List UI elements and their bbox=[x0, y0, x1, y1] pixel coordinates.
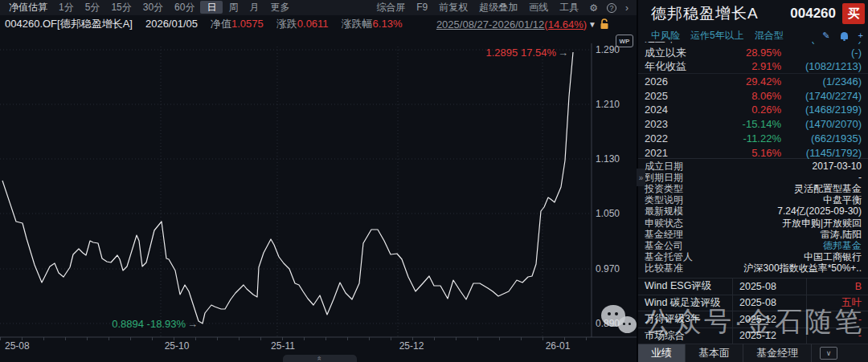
annotation-value: 1.2895 17.54% bbox=[486, 47, 556, 59]
tool-button-1[interactable]: F9 bbox=[411, 1, 433, 14]
perf-rank: (-) bbox=[781, 47, 862, 59]
period-button-2[interactable]: 5分 bbox=[80, 1, 106, 14]
period-button-7[interactable]: 周 bbox=[223, 1, 244, 14]
ratings-table: Wind ESG评级2025-08BWind 碳足迹评级2025-08五叶万得评… bbox=[638, 278, 868, 344]
table-row: 万得评级3年2025-12- bbox=[638, 311, 868, 328]
tool-button-4[interactable]: 画线 bbox=[523, 1, 554, 14]
period-button-9[interactable]: 更多 bbox=[264, 1, 295, 14]
nav-line-chart[interactable]: 1.2901.2101.1301.0500.9700.890 25-0825-1… bbox=[0, 32, 637, 362]
y-tick-label: 1.210 bbox=[596, 99, 633, 110]
perf-label: 2025 bbox=[645, 90, 707, 102]
perf-value: 2.91% bbox=[707, 60, 781, 72]
perf-rank: (1740/2274) bbox=[781, 90, 862, 102]
tool-button-3[interactable]: 超级叠加 bbox=[473, 1, 523, 14]
perf-label: 年化收益 bbox=[645, 59, 707, 74]
tab-基本面[interactable]: 基本面 bbox=[686, 344, 743, 362]
y-tick-label: 1.130 bbox=[596, 153, 633, 165]
perf-rank: (1/2346) bbox=[781, 75, 862, 87]
wp-icon[interactable]: WP bbox=[616, 35, 633, 47]
detail-label: 比较基准 bbox=[645, 262, 683, 275]
panel-header: 德邦稳盈增长A 004260 买 bbox=[638, 0, 868, 27]
fund-attributes-table: 成立日期2017-03-10到期日期-投资类型灵活配置型基金类型说明中盘平衡最新… bbox=[638, 158, 868, 275]
rating-date: 2025-12 bbox=[733, 328, 807, 344]
x-tick-label: 25-10 bbox=[165, 340, 190, 352]
gear-icon[interactable]: ⚙ bbox=[584, 2, 603, 14]
period-button-5[interactable]: 60分 bbox=[169, 1, 200, 14]
type-tag: 混合型 bbox=[755, 29, 784, 43]
collapse-icon[interactable]: » bbox=[637, 169, 645, 186]
table-row: 2023-15.14%(1470/2070) bbox=[638, 117, 868, 132]
date-range-pct[interactable]: (14.64%) bbox=[544, 18, 587, 31]
y-tick-label: 0.890 bbox=[596, 318, 633, 329]
pencil-icon[interactable]: ✎ bbox=[822, 31, 829, 41]
period-button-1[interactable]: 1分 bbox=[53, 1, 80, 14]
bell-icon[interactable] bbox=[841, 32, 848, 39]
period-button-0[interactable]: 净值估算 bbox=[3, 1, 53, 14]
perf-value: 5.16% bbox=[707, 147, 781, 159]
tab-dropdown-icon[interactable]: ∨ bbox=[820, 347, 837, 360]
period-button-3[interactable]: 15分 bbox=[105, 1, 137, 14]
table-row: 市场综合2025-12- bbox=[638, 328, 868, 345]
rating-label: Wind 碳足迹评级 bbox=[638, 295, 733, 311]
rating-date: 2025-12 bbox=[733, 311, 807, 327]
chevron-down-icon[interactable]: ▼ bbox=[588, 20, 596, 29]
nav-value: 1.0575 bbox=[231, 18, 264, 30]
period-button-4[interactable]: 30分 bbox=[137, 1, 169, 14]
date-range-text[interactable]: 2025/08/27-2026/01/12 bbox=[436, 18, 544, 31]
fund-id: 004260.OF[德邦稳盈增长A] bbox=[5, 17, 133, 31]
arrow-right-icon: → bbox=[558, 47, 568, 59]
buy-button[interactable]: 买 bbox=[842, 3, 865, 24]
perf-value: 8.06% bbox=[707, 90, 781, 102]
annotation-value: 0.8894 -18.93% bbox=[112, 318, 186, 330]
help-icon[interactable]: ? bbox=[607, 3, 616, 13]
table-row: Wind 碳足迹评级2025-08五叶 bbox=[638, 295, 868, 312]
rating-value: 五叶 bbox=[807, 295, 868, 311]
arrow-right-icon: → bbox=[187, 318, 198, 330]
performance-table: 近五年9.20%(505/1800)成立以来28.95%(-)年化收益2.91%… bbox=[638, 31, 868, 160]
unlock-icon[interactable] bbox=[600, 18, 609, 30]
chart-toolbar: 净值估算1分5分15分30分60分日周月更多 综合屏F9前复权超级叠加画线工具 … bbox=[0, 0, 637, 15]
tab-业绩[interactable]: 业绩 bbox=[638, 344, 686, 362]
period-button-8[interactable]: 月 bbox=[244, 1, 264, 14]
period-button-6[interactable]: 日 bbox=[200, 1, 223, 14]
date-range-selector[interactable]: 2025/08/27-2026/01/12 (14.64%) ▼ bbox=[436, 17, 609, 31]
perf-value: 29.42% bbox=[707, 75, 781, 87]
tool-button-2[interactable]: 前复权 bbox=[433, 1, 473, 14]
perf-label: 2026 bbox=[645, 75, 707, 87]
rating-value: - bbox=[807, 311, 868, 327]
perf-value: 28.95% bbox=[707, 47, 781, 59]
table-row: 20240.26%(1468/2199) bbox=[638, 103, 868, 117]
perf-label: 2022 bbox=[645, 132, 707, 144]
change-value: 0.0611 bbox=[297, 18, 329, 30]
perf-rank: (1468/2199) bbox=[781, 104, 862, 116]
change-label: 涨跌 bbox=[276, 18, 297, 30]
rating-value: B bbox=[807, 279, 868, 295]
tool-buttons: 综合屏F9前复权超级叠加画线工具 bbox=[371, 1, 584, 14]
perf-rank: (1082/1213) bbox=[781, 60, 862, 72]
rating-date: 2025-08 bbox=[733, 279, 807, 295]
rating-label: 市场综合 bbox=[638, 328, 733, 344]
table-row: 202629.42%(1/2346) bbox=[638, 74, 868, 88]
nav-date: 2026/01/05 bbox=[145, 18, 198, 30]
perf-rank: (1145/1792) bbox=[781, 147, 862, 159]
fund-terminal-window: 净值估算1分5分15分30分60分日周月更多 综合屏F9前复权超级叠加画线工具 … bbox=[0, 0, 868, 362]
y-tick-label: 0.970 bbox=[596, 263, 633, 275]
rating-date: 2025-08 bbox=[733, 295, 807, 311]
add-icon[interactable]: + bbox=[858, 31, 863, 40]
perf-rank: (662/1935) bbox=[781, 132, 862, 144]
expand-handle-icon[interactable]: » bbox=[283, 355, 357, 362]
detail-value: 2017-03-10 bbox=[683, 161, 862, 172]
tab-基金经理[interactable]: 基金经理 bbox=[743, 344, 812, 362]
rating-value: - bbox=[807, 328, 868, 344]
table-row: 年化收益2.91%(1082/1213) bbox=[638, 60, 868, 75]
tool-button-0[interactable]: 综合屏 bbox=[371, 1, 411, 14]
detail-value: 沪深300指数收益率*50%+.. bbox=[683, 262, 862, 275]
perf-label: 成立以来 bbox=[645, 46, 707, 60]
chevron-right-icon[interactable]: › bbox=[620, 2, 633, 14]
high-point-annotation: 1.2895 17.54%→ bbox=[486, 47, 568, 59]
table-row: 2022-11.22%(662/1935) bbox=[638, 132, 868, 146]
tool-button-5[interactable]: 工具 bbox=[554, 1, 584, 14]
x-axis-minor-ticks bbox=[0, 337, 592, 340]
perf-value: -11.22% bbox=[707, 132, 781, 144]
risk-tag: 中风险 bbox=[651, 29, 680, 43]
